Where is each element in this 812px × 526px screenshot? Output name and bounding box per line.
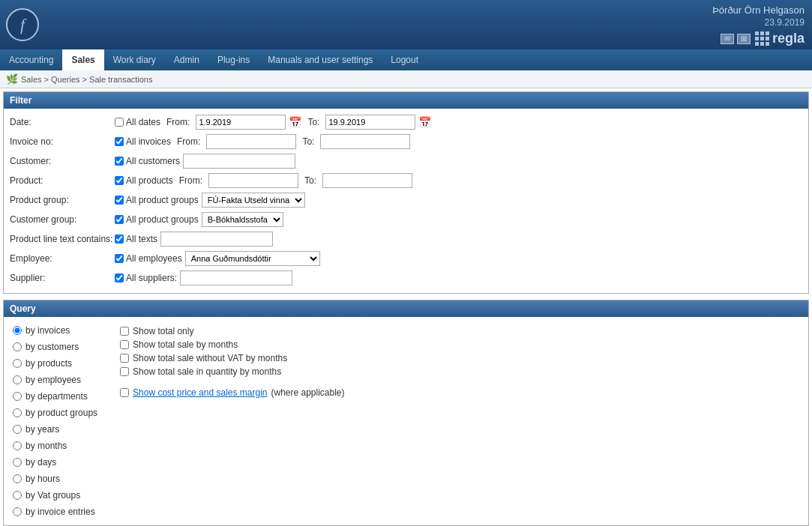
regla-label: regla: [772, 31, 805, 46]
to-label-invoice: To:: [302, 136, 314, 147]
all-suppliers-label[interactable]: All suppliers:: [115, 273, 177, 283]
cost-price-suffix: (where applicable): [271, 387, 344, 398]
radio-by-hours[interactable]: [13, 474, 22, 483]
logo: f: [0, 0, 45, 49]
breadcrumb: 🌿 Sales > Queries > Sale transactions: [0, 70, 812, 88]
product-line-input[interactable]: [160, 232, 273, 247]
supplier-control: All suppliers:: [115, 270, 802, 285]
radio-by-products[interactable]: [13, 359, 22, 368]
product-group-dropdown[interactable]: FÚ-Fakta Utseld vinna: [202, 193, 305, 208]
radio-item-by-months: by months: [13, 438, 97, 453]
invoice-label: Invoice no:: [10, 136, 115, 147]
product-group-label: Product group:: [10, 195, 115, 205]
nav-item-work-diary[interactable]: Work diary: [104, 49, 165, 70]
from-label-date: From:: [166, 117, 190, 127]
all-customers-label[interactable]: All customers: [115, 156, 180, 166]
cost-price-checkbox[interactable]: [120, 388, 129, 397]
email-icon[interactable]: ✉: [721, 34, 734, 44]
checkbox-item-show-total-no-vat: Show total sale without VAT by months: [120, 353, 344, 363]
all-products-label[interactable]: All products: [115, 175, 173, 186]
filter-row-product: Product: All products From: To:: [10, 172, 802, 190]
radio-by-employees[interactable]: [13, 375, 22, 384]
customer-group-dropdown[interactable]: B-Bókhaldsstofa: [202, 212, 283, 227]
all-customer-groups-checkbox[interactable]: [115, 215, 124, 224]
date-from-input[interactable]: [196, 115, 286, 130]
query-header: Query: [4, 300, 808, 317]
filter-section: Filter Date: All dates From: 📅 To: 📅 Inv…: [3, 91, 809, 294]
query-checkbox-group: Show total only Show total sale by month…: [120, 323, 344, 519]
nav-item-admin[interactable]: Admin: [165, 49, 208, 70]
window-icons: ✉ ⊞: [721, 34, 751, 44]
date-control: All dates From: 📅 To: 📅: [115, 115, 802, 130]
filter-row-date: Date: All dates From: 📅 To: 📅: [10, 113, 802, 131]
radio-by-years[interactable]: [13, 425, 22, 434]
invoice-from-input[interactable]: [206, 134, 296, 149]
radio-label-by-customers: by customers: [25, 342, 79, 352]
show-total-no-vat-checkbox[interactable]: [120, 354, 129, 363]
header: f Þórður Örn Helgason 23.9.2019 ✉ ⊞ regl…: [0, 0, 812, 49]
all-invoices-label[interactable]: All invoices: [115, 136, 171, 147]
all-invoices-checkbox[interactable]: [115, 137, 124, 146]
radio-item-by-years: by years: [13, 422, 97, 437]
invoice-to-input[interactable]: [320, 134, 410, 149]
regla-logo: regla: [755, 31, 805, 46]
product-from-input[interactable]: [208, 173, 298, 188]
radio-by-product-groups[interactable]: [13, 408, 22, 417]
nav-item-manuals[interactable]: Manuals and user settings: [259, 49, 382, 70]
product-to-input[interactable]: [322, 173, 412, 188]
all-customer-groups-label[interactable]: All product groups: [115, 214, 199, 225]
product-line-label: Product line text contains:: [10, 234, 115, 244]
checkbox-item-show-total-only: Show total only: [120, 326, 344, 336]
all-products-checkbox[interactable]: [115, 176, 124, 185]
cost-price-link[interactable]: Show cost price and sales margin: [133, 387, 267, 398]
all-texts-label[interactable]: All texts: [115, 234, 157, 244]
supplier-input[interactable]: [180, 270, 292, 285]
checkbox-item-show-total-quantity: Show total sale in quantity by months: [120, 366, 344, 377]
nav-item-plug-ins[interactable]: Plug-ins: [208, 49, 259, 70]
radio-item-by-invoice-entries: by invoice entries: [13, 504, 97, 519]
show-total-sale-months-checkbox[interactable]: [120, 340, 129, 349]
all-employees-label[interactable]: All employees: [115, 253, 182, 264]
radio-by-customers[interactable]: [13, 342, 22, 351]
radio-by-departments[interactable]: [13, 392, 22, 401]
from-label-invoice: From:: [177, 136, 200, 147]
all-employees-checkbox[interactable]: [115, 254, 124, 263]
date-to-input[interactable]: [325, 115, 415, 130]
employee-dropdown[interactable]: Anna Guðmundsdóttir: [185, 251, 320, 266]
product-line-control: All texts: [115, 232, 802, 247]
nav-item-sales[interactable]: Sales: [62, 49, 103, 70]
customer-input[interactable]: [183, 154, 295, 169]
radio-by-vat-groups[interactable]: [13, 491, 22, 500]
calendar-to-icon[interactable]: 📅: [418, 116, 431, 128]
show-total-quantity-label: Show total sale in quantity by months: [133, 366, 281, 377]
nav-item-accounting[interactable]: Accounting: [0, 49, 62, 70]
radio-label-by-invoice-entries: by invoice entries: [25, 507, 95, 517]
radio-item-by-hours: by hours: [13, 471, 97, 486]
radio-by-days[interactable]: [13, 458, 22, 467]
filter-row-invoice: Invoice no: All invoices From: To:: [10, 133, 802, 151]
show-total-only-checkbox[interactable]: [120, 327, 129, 336]
customer-control: All customers: [115, 154, 802, 169]
all-customers-checkbox[interactable]: [115, 157, 124, 166]
filter-row-customer-group: Customer group: All product groups B-Bók…: [10, 211, 802, 229]
radio-item-by-invoices: by invoices: [13, 323, 97, 338]
all-dates-checkbox[interactable]: [115, 118, 124, 127]
radio-item-by-product-groups: by product groups: [13, 405, 97, 420]
expand-icon[interactable]: ⊞: [737, 34, 751, 44]
all-suppliers-checkbox[interactable]: [115, 273, 124, 282]
radio-by-months[interactable]: [13, 441, 22, 450]
nav-item-logout[interactable]: Logout: [382, 49, 427, 70]
all-product-groups-label[interactable]: All product groups: [115, 195, 199, 205]
radio-by-invoice-entries[interactable]: [13, 507, 22, 516]
query-grid: by invoices by customers by products by …: [4, 317, 808, 525]
all-texts-checkbox[interactable]: [115, 235, 124, 244]
filter-row-product-line: Product line text contains: All texts: [10, 230, 802, 248]
calendar-from-icon[interactable]: 📅: [289, 116, 301, 128]
all-dates-label[interactable]: All dates: [115, 117, 160, 127]
checkbox-item-show-total-sale-months: Show total sale by months: [120, 339, 344, 350]
all-product-groups-checkbox[interactable]: [115, 196, 124, 205]
supplier-label: Supplier:: [10, 273, 115, 283]
show-total-quantity-checkbox[interactable]: [120, 367, 129, 376]
radio-label-by-product-groups: by product groups: [25, 408, 97, 418]
radio-by-invoices[interactable]: [13, 326, 22, 335]
